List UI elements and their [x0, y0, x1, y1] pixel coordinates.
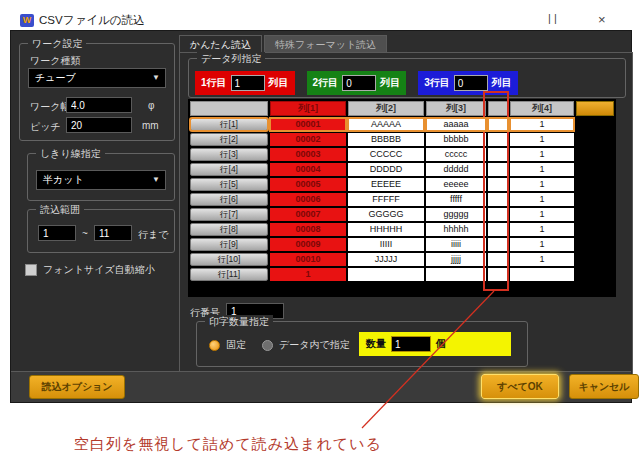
grid-cell[interactable]: fffff	[426, 193, 486, 206]
grid-cell[interactable]: 1	[270, 268, 346, 281]
spec-block-input[interactable]	[342, 75, 376, 91]
grid-cell[interactable]: 00005	[270, 178, 346, 191]
grid-cell[interactable]: eeeee	[426, 178, 486, 191]
work-width-input[interactable]	[66, 97, 132, 113]
grid-cell[interactable]: 00001	[270, 118, 346, 131]
quantity-input[interactable]	[391, 336, 431, 352]
fixed-radio[interactable]	[209, 340, 220, 351]
tab-0[interactable]: かんたん読込	[179, 35, 262, 52]
grid-cell[interactable]: GGGGG	[348, 208, 424, 221]
pitch-unit: mm	[142, 120, 159, 131]
grid-cell[interactable]: 1	[510, 148, 574, 161]
grid-cell[interactable]	[510, 268, 574, 281]
grid-row-header[interactable]: 行[8]	[190, 223, 268, 236]
grid-cell[interactable]: 1	[510, 253, 574, 266]
cancel-button[interactable]: キャンセル	[569, 374, 639, 399]
grid-cell[interactable]: 1	[510, 163, 574, 176]
grid-cell[interactable]: AAAAA	[348, 118, 424, 131]
grid-cell[interactable]	[348, 268, 424, 281]
grid-cell[interactable]	[426, 268, 486, 281]
grid-cell[interactable]: 1	[510, 133, 574, 146]
grid-cell[interactable]: EEEEE	[348, 178, 424, 191]
font-autoshrink-row[interactable]: フォントサイズ自動縮小	[25, 263, 155, 277]
grid-cell[interactable]: iiiii	[426, 238, 486, 251]
in-data-radio[interactable]	[262, 340, 273, 351]
grid-row-header[interactable]: 行[6]	[190, 193, 268, 206]
grid-cell[interactable]: 00003	[270, 148, 346, 161]
grid-cell[interactable]: 1	[510, 208, 574, 221]
grid-cell[interactable]	[488, 163, 508, 176]
grid-cell[interactable]: 00007	[270, 208, 346, 221]
grid-cell[interactable]: FFFFF	[348, 193, 424, 206]
grid-cell[interactable]: HHHHH	[348, 223, 424, 236]
divider-line-dropdown[interactable]: 半カット ▼	[36, 170, 166, 190]
read-options-button[interactable]: 読込オプション	[29, 375, 125, 399]
data-column-spec-label: データ列指定	[197, 52, 265, 66]
grid-cell[interactable]: 1	[510, 118, 574, 131]
range-tilde: ~	[82, 228, 88, 239]
grid-cell[interactable]: ccccc	[426, 148, 486, 161]
grid-cell[interactable]	[488, 148, 508, 161]
font-autoshrink-checkbox[interactable]	[25, 264, 37, 276]
grid-row-header[interactable]: 行[11]	[190, 268, 268, 281]
grid-void-cell	[576, 133, 614, 146]
grid-cell[interactable]: 00004	[270, 163, 346, 176]
grid-cell[interactable]	[488, 253, 508, 266]
grid-cell[interactable]: bbbbb	[426, 133, 486, 146]
grid-cell[interactable]: 00002	[270, 133, 346, 146]
grid-row-header[interactable]: 行[9]	[190, 238, 268, 251]
grid-row-header[interactable]: 行[5]	[190, 178, 268, 191]
grid-cell[interactable]: 00008	[270, 223, 346, 236]
grid-column-header-1[interactable]: 列[1]	[270, 101, 346, 116]
range-to-input[interactable]	[94, 225, 132, 241]
grid-cell[interactable]: ddddd	[426, 163, 486, 176]
grid-cell[interactable]: 00010	[270, 253, 346, 266]
divider-line-group-label: しきり線指定	[36, 147, 105, 161]
range-from-input[interactable]	[38, 225, 76, 241]
grid-cell[interactable]	[488, 133, 508, 146]
spec-block-label: 1行目	[201, 76, 227, 90]
grid-cell[interactable]: JJJJJ	[348, 253, 424, 266]
close-icon[interactable]: ×	[598, 12, 606, 27]
grid-cell[interactable]	[488, 223, 508, 236]
grid-row-header[interactable]: 行[1]	[190, 118, 268, 131]
spec-block-input[interactable]	[231, 75, 265, 91]
grid-cell[interactable]	[488, 178, 508, 191]
grid-cell[interactable]: hhhhh	[426, 223, 486, 236]
grid-column-header-2[interactable]: 列[2]	[348, 101, 424, 116]
grid-cell[interactable]: DDDDD	[348, 163, 424, 176]
grid-cell[interactable]: CCCCC	[348, 148, 424, 161]
grid-row-header[interactable]: 行[7]	[190, 208, 268, 221]
grid-row-header[interactable]: 行[4]	[190, 163, 268, 176]
grid-cell[interactable]	[488, 208, 508, 221]
grid-cell[interactable]	[488, 118, 508, 131]
tab-1[interactable]: 特殊フォーマット読込	[264, 35, 387, 52]
grid-row-header[interactable]: 行[2]	[190, 133, 268, 146]
grid-cell[interactable]	[488, 193, 508, 206]
ok-all-button[interactable]: すべてOK	[481, 374, 559, 399]
grid-cell[interactable]	[488, 268, 508, 281]
grid-void-cell	[576, 148, 614, 161]
pitch-input[interactable]	[66, 117, 132, 133]
grid-cell[interactable]: 00009	[270, 238, 346, 251]
grid-column-header-4[interactable]	[488, 101, 508, 116]
spec-block-suffix: 列目	[269, 76, 289, 90]
grid-row-header[interactable]: 行[10]	[190, 253, 268, 266]
grid-cell[interactable]: 1	[510, 238, 574, 251]
grid-cell[interactable]: 1	[510, 178, 574, 191]
grid-cell[interactable]: jjjjj	[426, 253, 486, 266]
grid-cell[interactable]: 1	[510, 223, 574, 236]
grid-cell[interactable]: IIIII	[348, 238, 424, 251]
grid-cell[interactable]: 00006	[270, 193, 346, 206]
grid-column-header-3[interactable]: 列[3]	[426, 101, 486, 116]
maximize-icon[interactable]: | |	[548, 12, 557, 24]
work-type-dropdown[interactable]: チューブ ▼	[28, 68, 166, 88]
spec-block-input[interactable]	[454, 75, 488, 91]
grid-row-header[interactable]: 行[3]	[190, 148, 268, 161]
grid-column-header-5[interactable]: 列[4]	[510, 101, 574, 116]
grid-cell[interactable]: aaaaa	[426, 118, 486, 131]
grid-cell[interactable]: ggggg	[426, 208, 486, 221]
grid-cell[interactable]	[488, 238, 508, 251]
grid-cell[interactable]: BBBBB	[348, 133, 424, 146]
grid-cell[interactable]: 1	[510, 193, 574, 206]
